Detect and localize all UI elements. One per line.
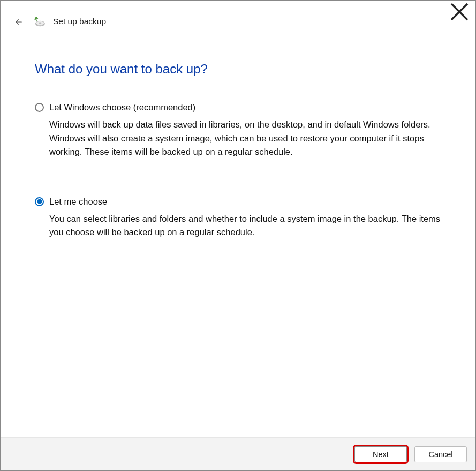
option-let-windows-choose-row[interactable]: Let Windows choose (recommended) bbox=[35, 102, 447, 113]
option-let-me-choose: Let me choose You can select libraries a… bbox=[35, 197, 447, 240]
option-let-me-choose-label[interactable]: Let me choose bbox=[49, 197, 107, 207]
wizard-footer: Next Cancel bbox=[1, 437, 475, 470]
close-icon bbox=[449, 1, 470, 23]
option-let-windows-choose-description: Windows will back up data files saved in… bbox=[35, 118, 442, 159]
option-let-windows-choose-label[interactable]: Let Windows choose (recommended) bbox=[49, 102, 195, 113]
wizard-header: Set up backup bbox=[1, 1, 475, 28]
radio-let-me-choose[interactable] bbox=[35, 197, 44, 206]
wizard-content: What do you want to back up? Let Windows… bbox=[1, 28, 475, 437]
cancel-button[interactable]: Cancel bbox=[414, 446, 467, 462]
next-button[interactable]: Next bbox=[354, 446, 407, 462]
page-heading: What do you want to back up? bbox=[35, 62, 447, 77]
option-let-me-choose-description: You can select libraries and folders and… bbox=[35, 212, 442, 240]
radio-let-windows-choose[interactable] bbox=[35, 103, 44, 112]
option-let-me-choose-row[interactable]: Let me choose bbox=[35, 197, 447, 207]
back-button[interactable] bbox=[12, 16, 25, 28]
wizard-title: Set up backup bbox=[53, 17, 106, 26]
option-let-windows-choose: Let Windows choose (recommended) Windows… bbox=[35, 102, 447, 159]
close-button[interactable] bbox=[449, 4, 470, 20]
svg-point-4 bbox=[39, 23, 42, 24]
arrow-left-icon bbox=[14, 17, 24, 27]
backup-drive-icon bbox=[34, 16, 46, 27]
wizard-window: Set up backup What do you want to back u… bbox=[0, 0, 476, 471]
